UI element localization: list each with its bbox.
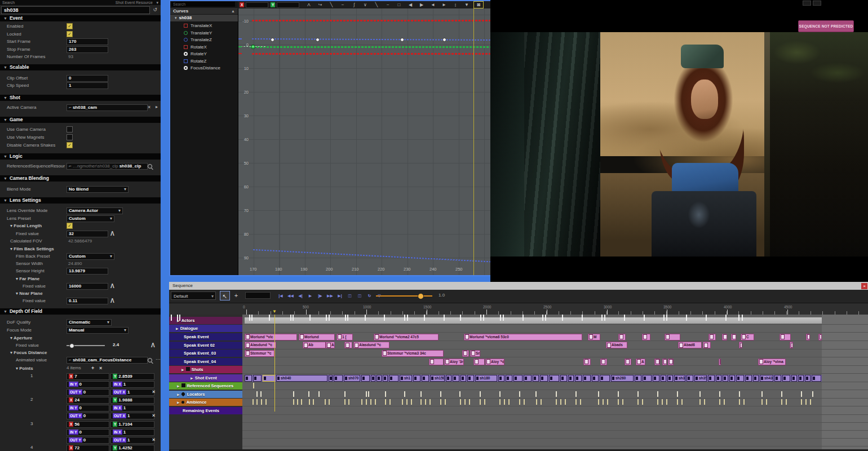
- sequence-playhead[interactable]: [274, 315, 275, 412]
- reset-icon[interactable]: ↺: [153, 7, 157, 12]
- locator-tick[interactable]: [699, 391, 701, 397]
- ambience-tick[interactable]: [348, 399, 349, 405]
- point-field[interactable]: Y1.7104: [110, 421, 154, 428]
- dropdown-lens-override-mode[interactable]: Camera Actor▾: [67, 207, 123, 214]
- locator-tick[interactable]: [404, 391, 405, 397]
- section-header-logic[interactable]: ▼Logic: [0, 153, 161, 160]
- shot-event-segment[interactable]: [513, 375, 522, 382]
- filter-icon[interactable]: ▼: [462, 1, 471, 8]
- ambience-tick[interactable]: [508, 399, 510, 405]
- locator-tick[interactable]: [801, 391, 802, 397]
- ambience-tick[interactable]: [429, 399, 431, 405]
- shot-event-segment[interactable]: [377, 375, 382, 382]
- speak-event-clip[interactable]: A: [326, 342, 335, 348]
- shot-event-segment[interactable]: [635, 375, 641, 382]
- play-button[interactable]: ▶: [306, 291, 315, 300]
- shot-event-segment[interactable]: sh430: [760, 375, 773, 382]
- skip-to-end-button[interactable]: ▶|: [335, 291, 344, 300]
- shot-event-segment[interactable]: sh040: [276, 375, 327, 382]
- curve-channel-translatex[interactable]: TranslateX: [170, 23, 238, 29]
- speak-event-clip[interactable]: Abad6: [678, 342, 702, 348]
- section-header-shot[interactable]: ▼Shot: [0, 95, 161, 101]
- shot-event-segment[interactable]: [524, 375, 532, 382]
- line-tool-icon[interactable]: ╲: [372, 1, 381, 8]
- locator-tick[interactable]: [781, 391, 782, 397]
- locator-tick[interactable]: [812, 391, 813, 397]
- curve-channel-rotatey[interactable]: RotateY: [170, 51, 238, 58]
- ambience-tick[interactable]: [681, 399, 683, 405]
- shot-event-segment[interactable]: [383, 375, 388, 382]
- ambience-tick[interactable]: [724, 399, 725, 405]
- ambience-tick[interactable]: [677, 399, 678, 405]
- ambience-tick[interactable]: [464, 399, 466, 405]
- speak-event-clip[interactable]: [668, 359, 674, 365]
- input-fixed-value[interactable]: 0.11: [67, 298, 108, 304]
- shot-event-segment[interactable]: [583, 375, 591, 382]
- ambience-tick[interactable]: [293, 399, 294, 405]
- ambience-tick[interactable]: [301, 399, 302, 405]
- speak-event-clip[interactable]: Alasdund '*c: [245, 342, 276, 348]
- animation-curve-icon[interactable]: Λ: [151, 342, 155, 348]
- point-field[interactable]: IN Y0: [67, 429, 109, 436]
- ambience-tick[interactable]: [805, 399, 807, 405]
- speak-event-clip[interactable]: C: [741, 334, 754, 341]
- panel-type-selector[interactable]: Shot Event Resource: [116, 0, 153, 5]
- selected-keyframe[interactable]: [251, 45, 255, 49]
- speak-event-clip[interactable]: [429, 359, 444, 365]
- speak-event-clip[interactable]: Sn: [470, 350, 480, 357]
- ambience-tick[interactable]: [389, 399, 391, 405]
- range-start-button[interactable]: ◫: [346, 291, 355, 300]
- ambience-tick[interactable]: [445, 399, 446, 405]
- normalize-icon[interactable]: ↨: [451, 1, 460, 8]
- ambience-tick[interactable]: [560, 399, 561, 405]
- locator-tick[interactable]: [440, 391, 441, 397]
- speak-event-clip[interactable]: [625, 359, 631, 365]
- input-clip-offset[interactable]: 0: [67, 75, 108, 82]
- ambience-tick[interactable]: [699, 399, 701, 405]
- curve-translatez[interactable]: [252, 38, 490, 41]
- shot-event-segment[interactable]: [729, 375, 735, 382]
- actors-track-bar[interactable]: [245, 317, 822, 324]
- ease-tangent-icon[interactable]: ∨: [361, 1, 370, 8]
- point-field[interactable]: OUT X1: [110, 437, 154, 444]
- shot-event-segment[interactable]: [389, 375, 398, 382]
- shot-event-segment[interactable]: [540, 375, 548, 382]
- ambience-tick[interactable]: [536, 399, 537, 405]
- point-field[interactable]: OUT Y0: [67, 389, 109, 396]
- locator-tick[interactable]: [293, 391, 294, 397]
- ambience-tick[interactable]: [256, 399, 258, 405]
- ambience-tick[interactable]: [781, 399, 782, 405]
- resource-field-referencedsequenceresour[interactable]: ⌐ …ngmother\sh038_clp sh038_clp: [67, 163, 148, 170]
- ambience-tick[interactable]: [743, 399, 745, 405]
- ambience-tick[interactable]: [622, 399, 623, 405]
- shot-event-segment[interactable]: [708, 375, 715, 382]
- input-clip-speed[interactable]: 1: [67, 82, 108, 89]
- shot-event-segment[interactable]: [460, 375, 466, 382]
- shot-event-segment[interactable]: [560, 375, 567, 382]
- speak-event-clip[interactable]: [473, 359, 485, 365]
- speak-event-clip[interactable]: [722, 334, 727, 341]
- curve-graph[interactable]: -100102030405060708090170180190200210220…: [238, 8, 490, 275]
- shot-event-segment[interactable]: [453, 375, 459, 382]
- locator-tick[interactable]: [719, 391, 720, 397]
- ambience-tick[interactable]: [484, 399, 485, 405]
- frame-input[interactable]: [245, 292, 271, 299]
- keyframe-point[interactable]: [400, 38, 404, 42]
- speak-event-clip[interactable]: [583, 359, 591, 365]
- shot-event-segment[interactable]: [361, 375, 370, 382]
- ambience-tick[interactable]: [265, 399, 267, 405]
- curves-search-input[interactable]: Search: [171, 2, 235, 7]
- shot-event-segment[interactable]: [600, 375, 610, 382]
- checkbox-use-view-magnets[interactable]: [67, 134, 73, 140]
- resource-field-active-camera[interactable]: ⌐ sh038_cam: [67, 104, 148, 111]
- speak-event-clip[interactable]: [654, 359, 660, 365]
- input-fixed-value[interactable]: 32: [67, 231, 108, 237]
- ambience-tick[interactable]: [761, 399, 763, 405]
- ambience-tick[interactable]: [361, 399, 362, 405]
- key-y-input[interactable]: [277, 2, 299, 8]
- timeline-ruler[interactable]: 050010001500200025003000350040004500▼: [169, 303, 868, 315]
- playhead-marker[interactable]: ▼: [272, 309, 277, 314]
- shot-event-segment[interactable]: [413, 375, 420, 382]
- animation-curve-icon[interactable]: Λ: [110, 298, 114, 304]
- checkbox-enabled[interactable]: ✓: [67, 23, 73, 29]
